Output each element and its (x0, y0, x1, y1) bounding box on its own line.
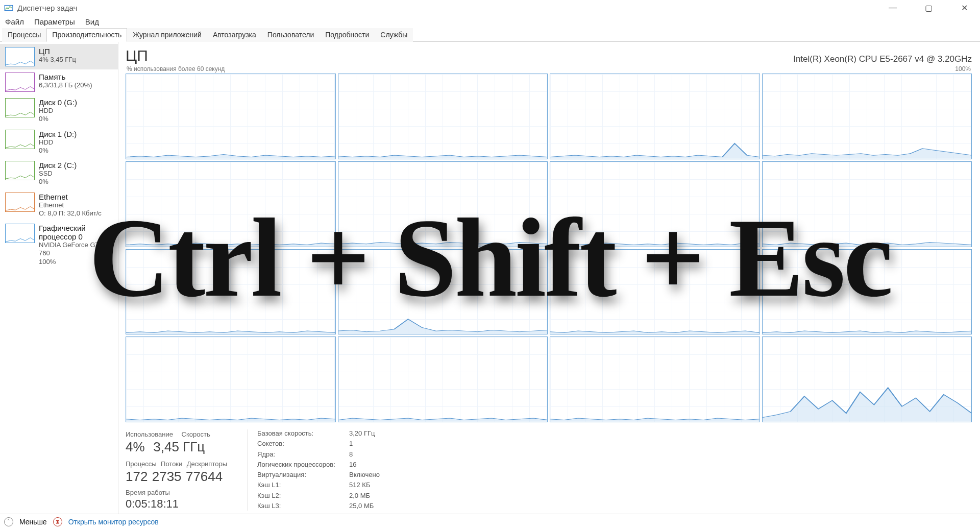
minimize-button[interactable]: — (881, 3, 904, 13)
detail-key: Кэш L2: (257, 492, 349, 500)
sidebar-item-eth[interactable]: EthernetEthernetО: 8,0 П: 32,0 Кбит/с (0, 189, 118, 221)
core-chart-10 (550, 249, 760, 335)
resource-monitor-icon: ⧗ (53, 517, 62, 526)
app-icon (4, 3, 13, 12)
fewer-details-button[interactable]: Меньше (19, 518, 47, 526)
sidebar-item-dsk1[interactable]: Диск 1 (D:)HDD0% (0, 127, 118, 158)
detail-val: 512 КБ (349, 481, 405, 490)
stats: Использование Скорость 4% 3,45 ГГц Проце… (126, 422, 972, 514)
sidebar-item-cpu[interactable]: ЦП4% 3,45 ГГц (0, 44, 118, 69)
sidebar-item-sub: NVIDIA GeForce GTX 760100% (39, 241, 113, 266)
titlebar: Диспетчер задач — ▢ ✕ (0, 0, 980, 15)
svg-marker-16 (763, 388, 972, 422)
main-panel: ЦП Intel(R) Xeon(R) CPU E5-2667 v4 @ 3.2… (118, 42, 980, 514)
processes-label: Процессы (126, 460, 157, 468)
tab-performance[interactable]: Производительность (46, 28, 127, 42)
threads-value: 2735 (152, 469, 182, 484)
core-chart-0 (126, 74, 336, 159)
cpu-model: Intel(R) Xeon(R) CPU E5-2667 v4 @ 3.20GH… (793, 54, 972, 64)
core-chart-7 (762, 161, 972, 247)
page-title: ЦП (126, 47, 148, 64)
tab-processes[interactable]: Процессы (2, 28, 46, 42)
sidebar-item-sub: 4% 3,45 ГГц (39, 56, 76, 64)
sidebar-item-gpu[interactable]: Графический процессор 0NVIDIA GeForce GT… (0, 221, 118, 269)
core-chart-2 (550, 74, 760, 159)
sidebar-item-sub: 6,3/31,8 ГБ (20%) (39, 81, 92, 89)
tab-details[interactable]: Подробности (320, 28, 375, 42)
speed-value: 3,45 ГГц (153, 439, 205, 454)
tab-services[interactable]: Службы (375, 28, 413, 42)
detail-val: 16 (349, 461, 405, 469)
open-resource-monitor-link[interactable]: Открыть монитор ресурсов (68, 518, 159, 526)
core-chart-11 (762, 249, 972, 335)
svg-marker-4 (763, 149, 972, 159)
window-controls: — ▢ ✕ (881, 3, 976, 13)
thumb-icon (5, 73, 35, 92)
tab-users[interactable]: Пользователи (262, 28, 320, 42)
core-chart-9 (338, 249, 548, 335)
tab-startup[interactable]: Автозагрузка (207, 28, 262, 42)
speed-label: Скорость (182, 430, 210, 438)
core-chart-8 (126, 249, 336, 335)
handles-value: 77644 (186, 469, 223, 484)
detail-key: Ядра: (257, 450, 349, 459)
sidebar-item-title: Диск 1 (D:) (39, 130, 77, 138)
sidebar-item-sub: HDD0% (39, 107, 77, 124)
menu-options[interactable]: Параметры (34, 17, 75, 26)
detail-val: 1 (349, 440, 405, 448)
window-title: Диспетчер задач (17, 4, 77, 12)
menu-file[interactable]: Файл (5, 17, 24, 26)
sidebar-item-sub: SSD0% (39, 170, 77, 186)
maximize-button[interactable]: ▢ (917, 3, 940, 13)
uptime-label: Время работы (126, 489, 227, 496)
detail-val: Включено (349, 471, 405, 479)
chart-caption: % использования более 60 секунд (127, 65, 225, 73)
detail-val: 3,20 ГГц (349, 429, 405, 438)
sidebar-item-title: Диск 2 (C:) (39, 161, 77, 170)
detail-key: Базовая скорость: (257, 429, 349, 438)
thumb-icon (5, 98, 35, 117)
detail-key: Логических процессоров: (257, 461, 349, 469)
processes-value: 172 (126, 469, 148, 484)
close-button[interactable]: ✕ (952, 3, 976, 13)
detail-key: Сокетов: (257, 440, 349, 448)
sidebar-item-mem[interactable]: Память6,3/31,8 ГБ (20%) (0, 69, 118, 95)
sidebar-item-dsk0[interactable]: Диск 0 (G:)HDD0% (0, 95, 118, 127)
svg-marker-11 (550, 331, 760, 334)
thumb-icon (5, 130, 35, 149)
statusbar: ˄ Меньше ⧗ Открыть монитор ресурсов (0, 514, 980, 529)
detail-val: 2,0 МБ (349, 492, 405, 500)
tab-app-history[interactable]: Журнал приложений (127, 28, 207, 42)
sidebar-item-title: Диск 0 (G:) (39, 98, 77, 107)
menubar: Файл Параметры Вид (0, 15, 980, 28)
detail-key: Виртуализация: (257, 471, 349, 479)
thumb-icon (5, 193, 35, 212)
core-chart-14 (550, 336, 760, 422)
svg-marker-10 (338, 319, 548, 334)
thumb-icon (5, 161, 35, 180)
core-chart-3 (762, 74, 972, 159)
threads-label: Потоки (161, 460, 182, 468)
uptime-value: 0:05:18:11 (126, 497, 227, 511)
chart-max: 100% (955, 65, 971, 73)
core-chart-12 (126, 336, 336, 422)
cpu-core-grid (126, 74, 972, 422)
thumb-icon (5, 47, 35, 66)
cpu-details: Базовая скорость:3,20 ГГцСокетов:1Ядра:8… (248, 429, 405, 511)
detail-key: Кэш L3: (257, 502, 349, 511)
handles-label: Дескрипторы (187, 460, 227, 468)
sidebar: ЦП4% 3,45 ГГц Память6,3/31,8 ГБ (20%) Ди… (0, 42, 118, 514)
usage-label: Использование (126, 430, 173, 438)
detail-val: 25,0 МБ (349, 502, 405, 511)
collapse-icon[interactable]: ˄ (4, 517, 13, 526)
sidebar-item-title: Память (39, 73, 92, 81)
menu-view[interactable]: Вид (85, 17, 99, 26)
sidebar-item-title: ЦП (39, 47, 76, 56)
tabs: Процессы Производительность Журнал прило… (0, 28, 980, 42)
usage-value: 4% (126, 439, 145, 454)
sidebar-item-dsk2[interactable]: Диск 2 (C:)SSD0% (0, 158, 118, 189)
sidebar-item-sub: EthernetО: 8,0 П: 32,0 Кбит/с (39, 201, 102, 218)
detail-key: Кэш L1: (257, 481, 349, 490)
core-chart-6 (550, 161, 760, 247)
core-chart-5 (338, 161, 548, 247)
